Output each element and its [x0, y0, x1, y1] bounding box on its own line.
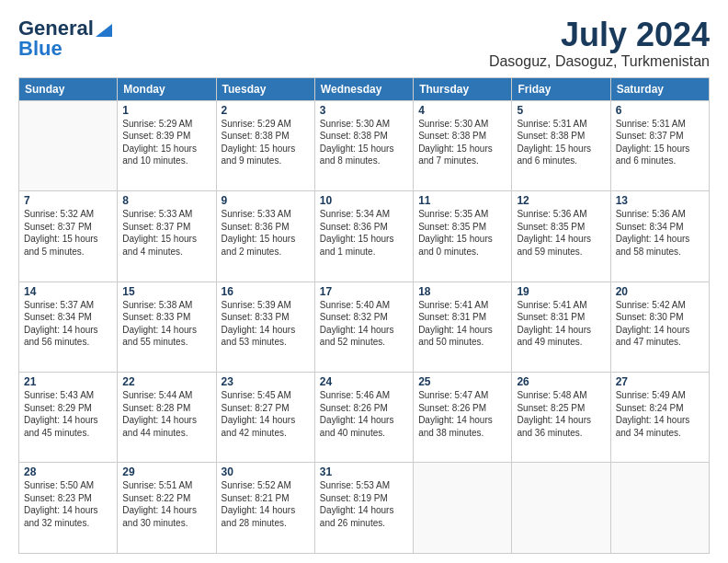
table-row: 30Sunrise: 5:52 AMSunset: 8:21 PMDayligh… — [216, 463, 314, 554]
table-row: 21Sunrise: 5:43 AMSunset: 8:29 PMDayligh… — [19, 373, 118, 463]
day-info: Sunrise: 5:53 AMSunset: 8:19 PMDaylight:… — [320, 479, 408, 529]
day-number: 31 — [320, 465, 408, 478]
day-info: Sunrise: 5:37 AMSunset: 8:34 PMDaylight:… — [24, 299, 112, 349]
table-row: 10Sunrise: 5:34 AMSunset: 8:36 PMDayligh… — [314, 191, 413, 282]
table-row: 8Sunrise: 5:33 AMSunset: 8:37 PMDaylight… — [118, 191, 216, 282]
col-saturday: Saturday — [610, 77, 709, 100]
table-row — [414, 463, 512, 554]
day-number: 6 — [616, 104, 704, 117]
day-number: 29 — [122, 465, 210, 478]
logo: General Blue — [18, 17, 112, 61]
table-row: 7Sunrise: 5:32 AMSunset: 8:37 PMDaylight… — [19, 191, 118, 282]
day-number: 22 — [122, 375, 210, 388]
table-row: 19Sunrise: 5:41 AMSunset: 8:31 PMDayligh… — [512, 282, 610, 372]
table-row: 25Sunrise: 5:47 AMSunset: 8:26 PMDayligh… — [414, 373, 512, 463]
table-row: 20Sunrise: 5:42 AMSunset: 8:30 PMDayligh… — [610, 282, 709, 372]
day-number: 26 — [517, 375, 605, 388]
day-info: Sunrise: 5:33 AMSunset: 8:36 PMDaylight:… — [222, 208, 310, 258]
day-info: Sunrise: 5:46 AMSunset: 8:26 PMDaylight:… — [320, 389, 408, 439]
day-number: 5 — [517, 104, 605, 117]
day-number: 8 — [122, 194, 210, 207]
day-info: Sunrise: 5:29 AMSunset: 8:38 PMDaylight:… — [222, 118, 310, 167]
day-number: 1 — [122, 104, 210, 117]
day-info: Sunrise: 5:36 AMSunset: 8:34 PMDaylight:… — [616, 208, 704, 258]
day-info: Sunrise: 5:44 AMSunset: 8:28 PMDaylight:… — [122, 389, 210, 439]
day-info: Sunrise: 5:40 AMSunset: 8:32 PMDaylight:… — [320, 299, 408, 349]
day-number: 19 — [517, 285, 605, 298]
col-monday: Monday — [118, 77, 216, 100]
table-row: 2Sunrise: 5:29 AMSunset: 8:38 PMDaylight… — [216, 100, 314, 190]
table-row: 17Sunrise: 5:40 AMSunset: 8:32 PMDayligh… — [314, 282, 413, 372]
day-info: Sunrise: 5:31 AMSunset: 8:38 PMDaylight:… — [517, 118, 605, 167]
day-info: Sunrise: 5:42 AMSunset: 8:30 PMDaylight:… — [616, 299, 704, 349]
day-number: 14 — [24, 285, 112, 298]
day-info: Sunrise: 5:48 AMSunset: 8:25 PMDaylight:… — [517, 389, 605, 439]
day-number: 13 — [616, 194, 704, 207]
col-thursday: Thursday — [414, 77, 512, 100]
day-info: Sunrise: 5:50 AMSunset: 8:23 PMDaylight:… — [24, 479, 112, 529]
day-info: Sunrise: 5:43 AMSunset: 8:29 PMDaylight:… — [24, 389, 112, 439]
day-number: 15 — [122, 285, 210, 298]
col-friday: Friday — [512, 77, 610, 100]
table-row: 3Sunrise: 5:30 AMSunset: 8:38 PMDaylight… — [314, 100, 413, 190]
table-row: 11Sunrise: 5:35 AMSunset: 8:35 PMDayligh… — [414, 191, 512, 282]
title-block: July 2024 Dasoguz, Dasoguz, Turkmenistan — [489, 17, 710, 70]
table-row: 16Sunrise: 5:39 AMSunset: 8:33 PMDayligh… — [216, 282, 314, 372]
table-row: 13Sunrise: 5:36 AMSunset: 8:34 PMDayligh… — [610, 191, 709, 282]
table-row: 23Sunrise: 5:45 AMSunset: 8:27 PMDayligh… — [216, 373, 314, 463]
day-number: 28 — [24, 465, 112, 478]
table-row: 5Sunrise: 5:31 AMSunset: 8:38 PMDaylight… — [512, 100, 610, 190]
day-number: 12 — [517, 194, 605, 207]
day-number: 3 — [320, 104, 408, 117]
table-row: 27Sunrise: 5:49 AMSunset: 8:24 PMDayligh… — [610, 373, 709, 463]
table-row: 24Sunrise: 5:46 AMSunset: 8:26 PMDayligh… — [314, 373, 413, 463]
day-info: Sunrise: 5:39 AMSunset: 8:33 PMDaylight:… — [222, 299, 310, 349]
col-wednesday: Wednesday — [314, 77, 413, 100]
table-row: 1Sunrise: 5:29 AMSunset: 8:39 PMDaylight… — [118, 100, 216, 190]
day-number: 17 — [320, 285, 408, 298]
table-row: 22Sunrise: 5:44 AMSunset: 8:28 PMDayligh… — [118, 373, 216, 463]
table-row — [512, 463, 610, 554]
table-row: 18Sunrise: 5:41 AMSunset: 8:31 PMDayligh… — [414, 282, 512, 372]
day-info: Sunrise: 5:47 AMSunset: 8:26 PMDaylight:… — [418, 389, 506, 439]
table-row: 31Sunrise: 5:53 AMSunset: 8:19 PMDayligh… — [314, 463, 413, 554]
day-number: 18 — [418, 285, 506, 298]
day-info: Sunrise: 5:32 AMSunset: 8:37 PMDaylight:… — [24, 208, 112, 258]
page-header: General Blue July 2024 Dasoguz, Dasoguz,… — [18, 17, 710, 70]
day-number: 9 — [222, 194, 310, 207]
day-info: Sunrise: 5:31 AMSunset: 8:37 PMDaylight:… — [616, 118, 704, 167]
calendar-table: Sunday Monday Tuesday Wednesday Thursday… — [18, 77, 710, 554]
table-row: 9Sunrise: 5:33 AMSunset: 8:36 PMDaylight… — [216, 191, 314, 282]
day-info: Sunrise: 5:38 AMSunset: 8:33 PMDaylight:… — [122, 299, 210, 349]
month-title: July 2024 — [489, 17, 710, 53]
logo-icon — [96, 20, 112, 37]
day-number: 10 — [320, 194, 408, 207]
table-row — [610, 463, 709, 554]
day-info: Sunrise: 5:35 AMSunset: 8:35 PMDaylight:… — [418, 208, 506, 258]
day-info: Sunrise: 5:30 AMSunset: 8:38 PMDaylight:… — [418, 118, 506, 167]
table-row: 4Sunrise: 5:30 AMSunset: 8:38 PMDaylight… — [414, 100, 512, 190]
location-title: Dasoguz, Dasoguz, Turkmenistan — [489, 53, 710, 70]
table-row: 14Sunrise: 5:37 AMSunset: 8:34 PMDayligh… — [19, 282, 118, 372]
day-number: 27 — [616, 375, 704, 388]
table-row: 29Sunrise: 5:51 AMSunset: 8:22 PMDayligh… — [118, 463, 216, 554]
table-row: 15Sunrise: 5:38 AMSunset: 8:33 PMDayligh… — [118, 282, 216, 372]
day-number: 2 — [222, 104, 310, 117]
day-info: Sunrise: 5:49 AMSunset: 8:24 PMDaylight:… — [616, 389, 704, 439]
day-number: 24 — [320, 375, 408, 388]
day-info: Sunrise: 5:33 AMSunset: 8:37 PMDaylight:… — [122, 208, 210, 258]
day-info: Sunrise: 5:41 AMSunset: 8:31 PMDaylight:… — [517, 299, 605, 349]
day-number: 21 — [24, 375, 112, 388]
table-row — [19, 100, 118, 190]
logo-blue-text: Blue — [18, 37, 63, 61]
day-number: 4 — [418, 104, 506, 117]
day-info: Sunrise: 5:30 AMSunset: 8:38 PMDaylight:… — [320, 118, 408, 167]
day-info: Sunrise: 5:52 AMSunset: 8:21 PMDaylight:… — [222, 479, 310, 529]
col-tuesday: Tuesday — [216, 77, 314, 100]
day-number: 16 — [222, 285, 310, 298]
day-info: Sunrise: 5:45 AMSunset: 8:27 PMDaylight:… — [222, 389, 310, 439]
day-info: Sunrise: 5:36 AMSunset: 8:35 PMDaylight:… — [517, 208, 605, 258]
day-info: Sunrise: 5:41 AMSunset: 8:31 PMDaylight:… — [418, 299, 506, 349]
day-number: 11 — [418, 194, 506, 207]
day-number: 23 — [222, 375, 310, 388]
